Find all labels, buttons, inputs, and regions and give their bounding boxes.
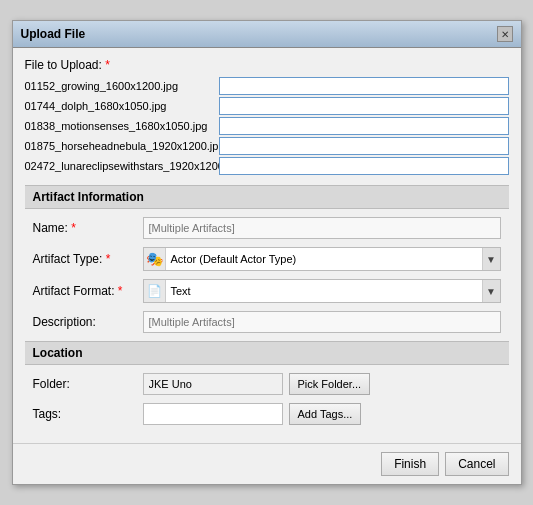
file-row-2: 01744_dolph_1680x1050.jpg bbox=[25, 97, 509, 115]
name-row: Name: * bbox=[25, 217, 509, 239]
folder-input[interactable] bbox=[143, 373, 283, 395]
dialog-footer: Finish Cancel bbox=[13, 443, 521, 484]
file-row-4: 01875_horseheadnebula_1920x1200.jpg bbox=[25, 137, 509, 155]
file-input-4[interactable] bbox=[219, 137, 509, 155]
file-name-3: 01838_motionsenses_1680x1050.jpg bbox=[25, 120, 215, 132]
name-input[interactable] bbox=[143, 217, 501, 239]
close-button[interactable]: ✕ bbox=[497, 26, 513, 42]
file-name-5: 02472_lunareclipsewithstars_1920x1200.jp… bbox=[25, 160, 215, 172]
tags-row: Tags: Add Tags... bbox=[25, 403, 509, 425]
artifact-format-select[interactable]: 📄 Text ▼ bbox=[143, 279, 501, 303]
file-name-2: 01744_dolph_1680x1050.jpg bbox=[25, 100, 215, 112]
artifact-format-label: Artifact Format: * bbox=[33, 284, 143, 298]
upload-file-dialog: Upload File ✕ File to Upload: * 01152_gr… bbox=[12, 20, 522, 485]
file-upload-label: File to Upload: * bbox=[25, 58, 509, 72]
file-input-1[interactable] bbox=[219, 77, 509, 95]
description-input[interactable] bbox=[143, 311, 501, 333]
name-label: Name: * bbox=[33, 221, 143, 235]
file-name-4: 01875_horseheadnebula_1920x1200.jpg bbox=[25, 140, 215, 152]
artifact-type-label: Artifact Type: * bbox=[33, 252, 143, 266]
finish-button[interactable]: Finish bbox=[381, 452, 439, 476]
artifact-format-value: Text bbox=[166, 285, 482, 297]
file-upload-section: File to Upload: * 01152_growing_1600x120… bbox=[25, 58, 509, 175]
artifact-format-row: Artifact Format: * 📄 Text ▼ bbox=[25, 279, 509, 303]
folder-label: Folder: bbox=[33, 377, 143, 391]
artifact-info-header: Artifact Information bbox=[25, 185, 509, 209]
description-row: Description: bbox=[25, 311, 509, 333]
file-row-1: 01152_growing_1600x1200.jpg bbox=[25, 77, 509, 95]
artifact-format-dropdown-arrow[interactable]: ▼ bbox=[482, 280, 500, 302]
artifact-type-value: Actor (Default Actor Type) bbox=[166, 253, 482, 265]
file-row-5: 02472_lunareclipsewithstars_1920x1200.jp… bbox=[25, 157, 509, 175]
artifact-type-icon: 🎭 bbox=[144, 248, 166, 270]
add-tags-button[interactable]: Add Tags... bbox=[289, 403, 362, 425]
dialog-body: File to Upload: * 01152_growing_1600x120… bbox=[13, 48, 521, 443]
cancel-button[interactable]: Cancel bbox=[445, 452, 508, 476]
artifact-type-select[interactable]: 🎭 Actor (Default Actor Type) ▼ bbox=[143, 247, 501, 271]
file-row-3: 01838_motionsenses_1680x1050.jpg bbox=[25, 117, 509, 135]
artifact-type-row: Artifact Type: * 🎭 Actor (Default Actor … bbox=[25, 247, 509, 271]
description-label: Description: bbox=[33, 315, 143, 329]
location-header: Location bbox=[25, 341, 509, 365]
dialog-titlebar: Upload File ✕ bbox=[13, 21, 521, 48]
file-input-5[interactable] bbox=[219, 157, 509, 175]
tags-input[interactable] bbox=[143, 403, 283, 425]
tags-label: Tags: bbox=[33, 407, 143, 421]
dialog-title: Upload File bbox=[21, 27, 86, 41]
file-input-2[interactable] bbox=[219, 97, 509, 115]
artifact-format-icon: 📄 bbox=[144, 280, 166, 302]
folder-row: Folder: Pick Folder... bbox=[25, 373, 509, 395]
file-input-3[interactable] bbox=[219, 117, 509, 135]
pick-folder-button[interactable]: Pick Folder... bbox=[289, 373, 371, 395]
artifact-type-dropdown-arrow[interactable]: ▼ bbox=[482, 248, 500, 270]
location-section: Location Folder: Pick Folder... Tags: Ad… bbox=[25, 341, 509, 425]
file-name-1: 01152_growing_1600x1200.jpg bbox=[25, 80, 215, 92]
